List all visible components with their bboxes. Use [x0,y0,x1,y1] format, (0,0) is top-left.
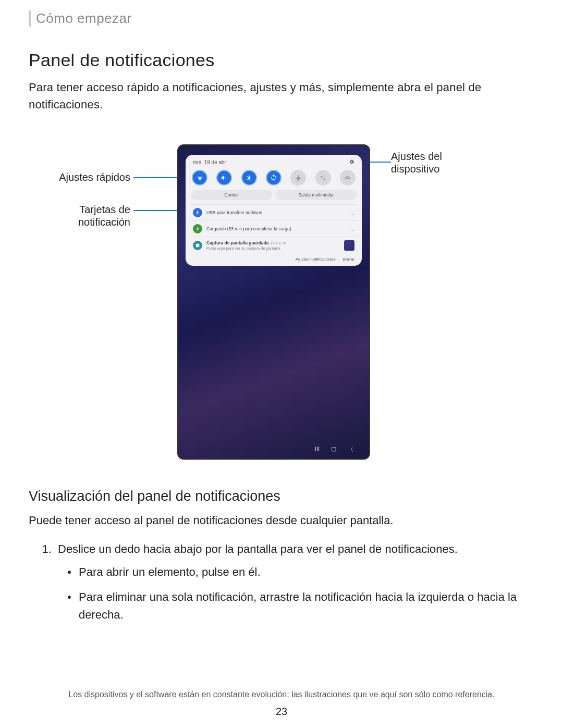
step-text: Deslice un dedo hacia abajo por la panta… [58,542,458,556]
list-item: Para abrir un elemento, pulse en él. [79,563,534,581]
callout-quick-settings: Ajustes rápidos [47,171,130,183]
callout-text: Ajustes del [391,151,442,162]
notification-card[interactable]: Cargando (53 min para completar la carga… [191,220,357,237]
battery-icon [193,224,202,233]
quick-settings-row [191,169,357,190]
list-item: Para eliminar una sola notificación, arr… [79,588,534,624]
chevron-down-icon: ⌄ [350,226,354,232]
media-output-button[interactable]: Salida multimedia [275,190,357,200]
recents-icon[interactable]: III [315,446,320,453]
usb-icon [193,208,202,217]
notification-panel: mié, 19 de abr [186,155,362,266]
notif-text: Cargando (53 min para completar la carga… [206,226,346,231]
steps-list: Deslice un dedo hacia abajo por la panta… [55,540,534,624]
notification-card[interactable]: USB para transferir archivos ⌄ [191,204,357,220]
callout-notif-cards: Tarjetas de notificación [47,203,130,228]
data-icon[interactable] [315,170,331,186]
wifi-icon[interactable] [192,170,207,186]
notif-subtitle: Pulse aquí para ver su captura de pantal… [206,246,281,251]
notif-text: Captura de pantalla guardada 1:04 p. m. … [206,240,340,251]
screenshot-thumbnail [344,240,354,251]
list-item: Deslice un dedo hacia abajo por la panta… [55,540,534,624]
clear-button[interactable]: Borrar [343,257,354,262]
footnote: Los dispositivos y el software están en … [0,690,563,699]
callout-device-settings: Ajustes del dispositivo [391,150,474,175]
device-screenshot: mié, 19 de abr [177,144,370,460]
page-number: 23 [0,706,563,718]
notification-settings-link[interactable]: Ajustes notificaciones [296,257,336,262]
screenshot-icon [193,241,202,250]
intro-paragraph: Para tener acceso rápido a notificacione… [29,79,534,113]
gear-icon[interactable] [349,159,354,166]
svg-rect-0 [196,244,200,248]
body-paragraph: Puede tener acceso al panel de notificac… [29,512,534,529]
breadcrumb: Cómo empezar [36,10,534,27]
notif-title: Captura de pantalla guardada [206,240,269,245]
control-row: Control Salida multimedia [191,190,357,200]
bluetooth-icon[interactable] [241,170,257,186]
back-icon[interactable]: 〈 [348,446,353,453]
callout-text: Tarjetas de [79,204,130,215]
sound-icon[interactable] [216,170,232,186]
chevron-down-icon: ⌄ [350,210,354,216]
device-navbar: III ▢ 〈 [178,446,369,453]
breadcrumb-bar: Cómo empezar [29,10,534,27]
sync-icon[interactable] [266,170,282,186]
bullets-list: Para abrir un elemento, pulse en él. Par… [79,563,534,624]
home-icon[interactable]: ▢ [331,446,336,453]
panel-date: mié, 19 de abr [193,159,226,165]
callout-text: dispositivo [391,163,439,175]
notif-text: USB para transferir archivos [206,210,346,215]
callout-text: notificación [78,216,130,228]
panel-top: mié, 19 de abr [191,159,357,169]
figure: Ajustes rápidos Tarjetas de notificación… [83,144,480,467]
signal-icon[interactable] [340,170,356,186]
page-title: Panel de notificaciones [29,50,534,70]
control-button[interactable]: Control [191,190,272,200]
notif-time: 1:04 p. m. [270,241,287,245]
panel-footer: Ajustes notificaciones Borrar [191,254,357,262]
notification-card[interactable]: Captura de pantalla guardada 1:04 p. m. … [191,237,357,254]
section-heading: Visualización del panel de notificacione… [29,488,534,504]
airplane-icon[interactable] [290,170,306,186]
